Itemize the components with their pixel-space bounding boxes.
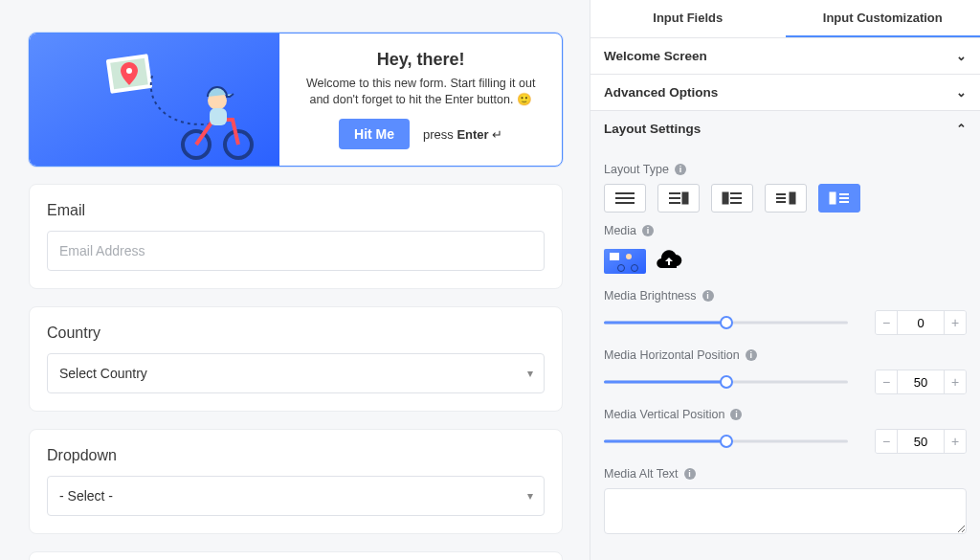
accordion-label: Layout Settings bbox=[604, 122, 701, 136]
stepper-plus-button[interactable]: + bbox=[945, 370, 966, 393]
svg-point-28 bbox=[618, 265, 625, 272]
media-vertical-label: Media Vertical Position bbox=[604, 408, 724, 421]
info-icon[interactable]: i bbox=[642, 225, 654, 236]
layout-option-split-right[interactable] bbox=[765, 184, 807, 213]
bicycle-rider-icon bbox=[175, 81, 261, 164]
layout-option-media-right[interactable] bbox=[657, 184, 700, 213]
svg-point-2 bbox=[126, 68, 132, 74]
brightness-stepper: − + bbox=[875, 310, 967, 335]
layout-option-media-left[interactable] bbox=[711, 184, 753, 213]
stepper-minus-button[interactable]: − bbox=[876, 311, 897, 334]
info-icon[interactable]: i bbox=[730, 409, 742, 420]
media-label-row: Media i bbox=[604, 224, 967, 237]
enter-arrow-icon: ↵ bbox=[492, 127, 502, 142]
media-horizontal-label: Media Horizontal Position bbox=[604, 348, 740, 362]
svg-rect-14 bbox=[723, 192, 728, 204]
svg-rect-13 bbox=[682, 192, 688, 204]
tab-input-fields[interactable]: Input Fields bbox=[590, 0, 786, 37]
accordion-welcome-screen[interactable]: Welcome Screen ⌄ bbox=[590, 38, 980, 75]
press-prefix: press bbox=[423, 127, 457, 142]
email-label: Email bbox=[47, 202, 545, 219]
accordion-label: Welcome Screen bbox=[604, 49, 707, 63]
chevron-up-icon: ⌃ bbox=[956, 122, 967, 136]
country-label: Country bbox=[47, 325, 545, 342]
layout-option-split-left[interactable] bbox=[818, 184, 860, 213]
accordion-layout-settings[interactable]: Layout Settings ⌃ bbox=[590, 111, 980, 147]
svg-rect-22 bbox=[830, 192, 835, 204]
welcome-card[interactable]: Hey, there! Welcome to this new form. St… bbox=[29, 33, 563, 167]
svg-rect-26 bbox=[610, 253, 619, 260]
country-select[interactable]: Select Country bbox=[47, 353, 545, 393]
info-icon[interactable]: i bbox=[684, 468, 696, 480]
info-icon[interactable]: i bbox=[675, 164, 686, 175]
stepper-plus-button[interactable]: + bbox=[945, 311, 966, 334]
media-alt-textarea[interactable] bbox=[604, 488, 967, 534]
form-preview: Hey, there! Welcome to this new form. St… bbox=[0, 0, 590, 560]
stepper-plus-button[interactable]: + bbox=[945, 430, 966, 453]
vertical-row: − + bbox=[604, 429, 967, 454]
chevron-down-icon: ⌄ bbox=[956, 49, 967, 63]
brightness-input[interactable] bbox=[897, 311, 945, 334]
media-label: Media bbox=[604, 224, 636, 237]
tab-input-customization[interactable]: Input Customization bbox=[786, 0, 981, 37]
vertical-slider[interactable] bbox=[604, 432, 848, 451]
brightness-row: − + bbox=[604, 310, 967, 335]
panel-body: Welcome Screen ⌄ Advanced Options ⌄ Layo… bbox=[590, 38, 980, 560]
hit-me-button[interactable]: Hit Me bbox=[339, 119, 410, 149]
dropdown-select[interactable]: - Select - bbox=[47, 476, 545, 516]
media-thumbnail[interactable] bbox=[604, 249, 646, 274]
layout-type-label: Layout Type bbox=[604, 163, 669, 176]
layout-option-lines[interactable] bbox=[604, 184, 646, 213]
stepper-minus-button[interactable]: − bbox=[876, 430, 897, 453]
field-card-upload[interactable]: Image Upload Choose File bbox=[29, 551, 563, 560]
alt-label-row: Media Alt Text i bbox=[604, 467, 967, 481]
vertical-label-row: Media Vertical Position i bbox=[604, 408, 967, 421]
accordion-label: Advanced Options bbox=[604, 85, 718, 100]
layout-type-label-row: Layout Type i bbox=[604, 163, 967, 176]
horizontal-stepper: − + bbox=[875, 370, 967, 394]
field-card-email[interactable]: Email bbox=[29, 184, 563, 289]
media-alt-label: Media Alt Text bbox=[604, 467, 679, 481]
chevron-down-icon: ⌄ bbox=[956, 85, 967, 100]
svg-rect-21 bbox=[790, 192, 795, 204]
stepper-minus-button[interactable]: − bbox=[876, 370, 897, 393]
info-icon[interactable]: i bbox=[746, 349, 757, 361]
welcome-actions: Hit Me press Enter ↵ bbox=[339, 119, 502, 149]
horizontal-row: − + bbox=[604, 370, 967, 394]
field-card-country[interactable]: Country Select Country ▾ bbox=[29, 306, 563, 412]
settings-panel: Input Fields Input Customization Welcome… bbox=[590, 0, 980, 560]
media-brightness-label: Media Brightness bbox=[604, 289, 697, 302]
media-picker-row bbox=[604, 245, 967, 278]
horizontal-slider[interactable] bbox=[604, 372, 848, 392]
svg-point-29 bbox=[632, 265, 638, 272]
press-enter-hint: press Enter ↵ bbox=[423, 127, 502, 142]
panel-tabs: Input Fields Input Customization bbox=[590, 0, 980, 38]
dropdown-label: Dropdown bbox=[47, 447, 545, 464]
svg-rect-6 bbox=[210, 108, 227, 125]
email-input[interactable] bbox=[47, 231, 545, 271]
welcome-media bbox=[30, 34, 279, 166]
layout-type-options bbox=[604, 184, 967, 213]
svg-point-27 bbox=[626, 254, 632, 259]
info-icon[interactable]: i bbox=[702, 290, 714, 302]
welcome-text: Welcome to this new form. Start filling … bbox=[295, 76, 546, 108]
accordion-advanced-options[interactable]: Advanced Options ⌄ bbox=[590, 75, 980, 111]
field-card-dropdown[interactable]: Dropdown - Select - ▾ bbox=[29, 429, 563, 534]
welcome-heading: Hey, there! bbox=[377, 50, 465, 70]
layout-settings-content: Layout Type i bbox=[590, 147, 980, 549]
vertical-input[interactable] bbox=[897, 430, 945, 453]
brightness-slider[interactable] bbox=[604, 313, 848, 332]
welcome-body: Hey, there! Welcome to this new form. St… bbox=[279, 34, 562, 166]
press-key: Enter bbox=[457, 127, 488, 142]
upload-icon[interactable] bbox=[656, 249, 682, 274]
brightness-label-row: Media Brightness i bbox=[604, 289, 967, 302]
horizontal-input[interactable] bbox=[897, 370, 945, 393]
vertical-stepper: − + bbox=[875, 429, 967, 454]
horizontal-label-row: Media Horizontal Position i bbox=[604, 348, 967, 362]
